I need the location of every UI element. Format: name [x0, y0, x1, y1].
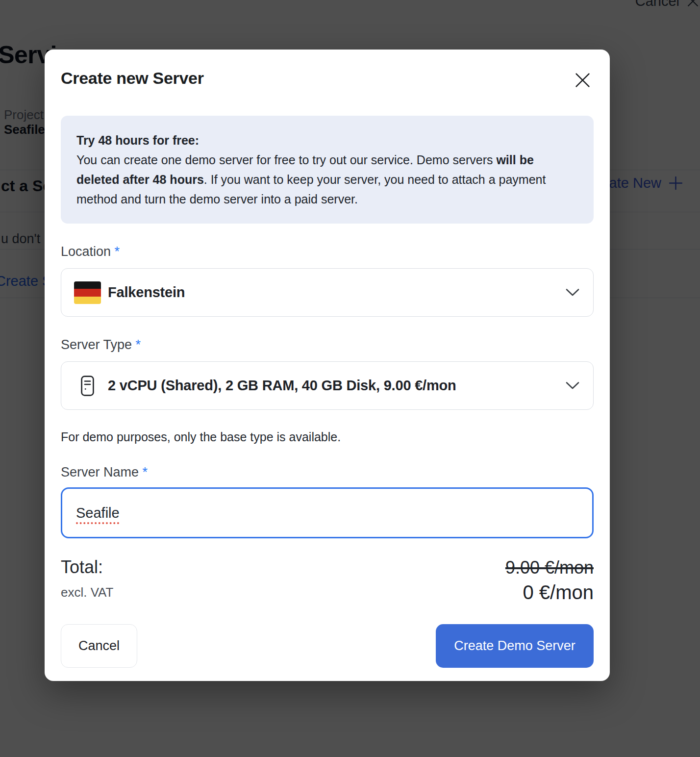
- free-trial-info-box: Try 48 hours for free: You can create on…: [61, 116, 594, 224]
- germany-flag-icon: [74, 281, 101, 304]
- total-section: Total: excl. VAT 9.00 €/mon 0 €/mon: [61, 558, 594, 603]
- server-name-value: Seafile: [76, 505, 120, 521]
- required-asterisk: *: [115, 244, 120, 259]
- required-asterisk: *: [136, 337, 141, 352]
- info-box-heading: Try 48 hours for free:: [76, 130, 578, 150]
- original-price: 9.00 €/mon: [505, 558, 594, 578]
- info-box-body: You can create one demo server for free …: [76, 150, 578, 209]
- modal-actions: Cancel Create Demo Server: [61, 624, 594, 668]
- location-select-value: Falkenstein: [108, 284, 185, 301]
- server-type-note: For demo purposes, only the base type is…: [61, 429, 594, 445]
- location-select[interactable]: Falkenstein: [61, 268, 594, 317]
- info-body-text: You can create one demo server for free …: [76, 153, 496, 167]
- server-name-input[interactable]: Seafile: [61, 487, 594, 538]
- close-icon[interactable]: [572, 69, 594, 91]
- modal-header: Create new Server: [61, 67, 594, 91]
- location-label-text: Location: [61, 244, 111, 259]
- server-type-label-text: Server Type: [61, 337, 132, 352]
- server-name-label: Server Name *: [61, 464, 594, 480]
- server-name-label-text: Server Name: [61, 465, 139, 479]
- location-label: Location *: [61, 243, 594, 260]
- screen: Cancel loy Service Project Seafile ct a …: [0, 0, 700, 757]
- vat-note: excl. VAT: [61, 585, 113, 600]
- total-prices: 9.00 €/mon 0 €/mon: [505, 558, 594, 603]
- modal-title: Create new Server: [61, 67, 204, 89]
- server-type-select-value: 2 vCPU (Shared), 2 GB RAM, 40 GB Disk, 9…: [108, 378, 456, 394]
- server-type-label: Server Type *: [61, 336, 594, 353]
- server-icon: [74, 376, 101, 396]
- required-asterisk: *: [143, 465, 148, 479]
- cancel-button[interactable]: Cancel: [61, 624, 137, 668]
- total-label: Total:: [61, 558, 113, 577]
- chevron-down-icon: [566, 381, 579, 390]
- chevron-down-icon: [566, 288, 579, 297]
- current-price: 0 €/mon: [505, 581, 594, 603]
- server-type-select[interactable]: 2 vCPU (Shared), 2 GB RAM, 40 GB Disk, 9…: [61, 361, 594, 410]
- total-left: Total: excl. VAT: [61, 558, 113, 600]
- create-server-modal: Create new Server Try 48 hours for free:…: [45, 50, 610, 681]
- create-demo-server-button[interactable]: Create Demo Server: [436, 624, 594, 668]
